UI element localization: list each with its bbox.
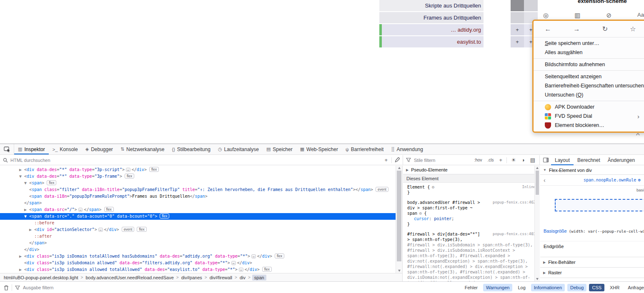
section-raster[interactable]: ▶Raster [540, 267, 644, 278]
tab-inspektor[interactable]: ▥Inspektor [14, 144, 49, 154]
markup-line[interactable]: <div class="is3p isSubdomain allowed" da… [0, 260, 402, 266]
css-value[interactable]: pointer [434, 216, 451, 221]
twisty-icon[interactable]: ▼ [543, 168, 546, 172]
class-toggle-button[interactable]: .cls [486, 157, 495, 163]
breadcrumb-item[interactable]: html#uBO-popup-panel.desktop.light [3, 275, 79, 281]
twisty-icon[interactable]: ▶ [543, 271, 546, 275]
breadcrumb-item[interactable]: div#panes [180, 275, 203, 281]
markup-line[interactable]: ▶ <div data-des="*" data-type="3p-script… [0, 166, 402, 173]
selector-line[interactable]: div:not(.expandException) > span:nth-of-… [407, 258, 536, 264]
tab-speicher[interactable]: ▤Speicher [263, 144, 296, 154]
flex-badge[interactable]: flex [104, 207, 114, 212]
selector-line[interactable]: div > span:first-of-type ~ [407, 205, 473, 211]
selector-line[interactable]: #firewall > div[data-des="*"] [407, 231, 480, 237]
console-filter-debug[interactable]: Debug [567, 284, 586, 291]
style-filter-input[interactable] [414, 158, 470, 163]
forward-icon[interactable]: → [574, 25, 580, 33]
bookmark-icon[interactable]: ☆ [630, 25, 636, 33]
firewall-rule-cell[interactable]: + [511, 24, 524, 35]
remote-fonts-icon[interactable]: Aa [637, 12, 644, 19]
firewall-rule-cell[interactable] [524, 0, 538, 11]
console-filter-css[interactable]: CSS [589, 284, 604, 291]
twisty-icon[interactable]: ▼ [19, 214, 29, 219]
flex-item-header[interactable]: ▼ Flex-Element von div [540, 166, 644, 175]
scrollbar-thumb[interactable] [397, 171, 401, 261]
tab-barrierefreiheit[interactable]: ψBarrierefreiheit [342, 144, 388, 154]
selector-line[interactable]: span [407, 211, 417, 216]
twisty-icon[interactable]: ▼ [19, 181, 29, 185]
console-filter-warnungen[interactable]: Warnungen [483, 284, 512, 291]
markup-line[interactable]: ▼ <span data-src="." data-acount="0" dat… [0, 213, 402, 220]
tab-stilbearbeitung[interactable]: {}Stilbearbeitung [168, 144, 214, 154]
selector-line[interactable]: body.advancedUser #firewall > [407, 200, 480, 205]
firewall-rule-cell[interactable]: + [511, 36, 524, 47]
element-picker-icon[interactable]: ◎ [543, 12, 549, 19]
event-badge[interactable]: event [376, 187, 388, 192]
markup-line[interactable]: <span data-i18n="popup3pFrameRulePrompt"… [0, 193, 402, 200]
twisty-icon[interactable]: ▶ [19, 227, 34, 232]
markup-line[interactable]: ::after [0, 233, 402, 240]
markup-line[interactable]: <span class="filter" data-i18n-title="po… [0, 186, 402, 193]
markup-line[interactable]: </span> [0, 240, 402, 246]
section-box-modell[interactable]: ▶Box-Modell [540, 278, 644, 281]
markup-line[interactable]: ▼ <div data-des="*" data-type="3p-frame"… [0, 173, 402, 180]
markup-line[interactable]: ▶ <div class="is3p isDomain allowed tota… [0, 266, 402, 273]
selector-line[interactable]: #firewall:not(.expanded) > div.expandExc… [407, 264, 536, 269]
light-scheme-icon[interactable]: ☀ [510, 157, 517, 163]
flex-badge[interactable]: flex [275, 253, 284, 258]
trash-icon[interactable] [4, 285, 9, 291]
flex-badge[interactable]: flex [137, 227, 146, 232]
dark-scheme-icon[interactable]: ◑ [520, 157, 526, 163]
flex-item-selector[interactable]: span.noopRule.ownRule [584, 178, 636, 182]
tab-netzwerkanalyse[interactable]: ⇅Netzwerkanalyse [117, 144, 168, 154]
menu-item-fvd-speed-dial[interactable]: FVD Speed Dial› [534, 112, 644, 121]
back-icon[interactable]: ← [545, 25, 551, 33]
selector-highlighter-icon[interactable]: ◎ [432, 184, 434, 190]
show-more-ellipsis[interactable]: … [239, 268, 243, 272]
firewall-rule-cell[interactable] [511, 0, 524, 11]
tab-laufzeitanalyse[interactable]: ◷Laufzeitanalyse [214, 144, 263, 154]
twisty-icon[interactable]: ▼ [19, 174, 24, 179]
markup-line[interactable]: ▼ <span>flex [0, 180, 402, 186]
twisty-icon[interactable]: ▶ [19, 254, 24, 258]
stylesheet-link[interactable]: popup-fenix.css:462 [493, 200, 536, 205]
scrollbar-thumb[interactable] [536, 171, 539, 195]
markup-line[interactable]: ▶ <span data-src="/">…</span>flex [0, 206, 402, 213]
add-rule-button[interactable]: + [498, 157, 504, 163]
menu-item-seitenquelltext-anzeigen[interactable]: Seitenquelltext anzeigen [534, 72, 644, 81]
breadcrumb-item[interactable]: div [239, 275, 246, 281]
tab-konsole[interactable]: >_Konsole [49, 144, 82, 154]
css-property[interactable]: cursor [414, 216, 429, 221]
hover-pseudo-button[interactable]: :hov [473, 157, 484, 163]
tab-debugger[interactable]: ◈Debugger [82, 144, 117, 154]
show-more-ellipsis[interactable]: … [78, 208, 83, 212]
console-filter-informationen[interactable]: Informationen [531, 284, 565, 291]
tab-anderungen[interactable]: Änderungen [604, 155, 639, 165]
selector-line[interactable]: > span:nth-of-type(3), [407, 237, 536, 242]
menu-item-alles-auswahlen[interactable]: Alles auswählen [534, 48, 644, 57]
reload-icon[interactable]: ↻ [602, 25, 608, 33]
markup-line[interactable]: ::before [0, 220, 402, 226]
selector-line[interactable]: span:nth-of-type(3), #firewall.expanded … [407, 253, 536, 258]
menu-item-untersuchen-q[interactable]: Untersuchen (Q) [534, 90, 644, 99]
flex-badge[interactable]: flex [149, 167, 159, 172]
media-filter-icon[interactable]: ▥ [574, 12, 580, 19]
console-filter-log[interactable]: Log [515, 284, 528, 291]
scroll-up-arrow-icon[interactable] [398, 167, 401, 169]
twisty-icon[interactable]: ▶ [19, 207, 29, 212]
scroll-up-arrow-icon[interactable] [536, 167, 539, 169]
flex-badge[interactable]: flex [160, 214, 169, 219]
console-filter-input[interactable] [23, 285, 115, 290]
menu-item-bildschirmfoto-aufnehmen[interactable]: Bildschirmfoto aufnehmen [534, 60, 644, 69]
selector-line[interactable]: #firewall > div.isSubdomain > span:nth-o… [407, 242, 536, 248]
twisty-icon[interactable]: ▶ [406, 168, 408, 172]
flex-badge[interactable]: flex [125, 174, 134, 179]
show-more-ellipsis[interactable]: … [98, 228, 103, 232]
show-more-ellipsis[interactable]: … [231, 261, 236, 265]
console-filter-fehler[interactable]: Fehler [462, 284, 481, 291]
twisty-icon[interactable]: ▶ [543, 261, 546, 264]
show-more-ellipsis[interactable]: … [126, 168, 130, 172]
selector-line[interactable]: div.isDomain:not(.expandException) > spa… [407, 275, 536, 280]
tab-web-speicher[interactable]: ▦Web-Speicher [296, 144, 342, 154]
scroll-down-arrow-icon[interactable] [398, 270, 401, 272]
